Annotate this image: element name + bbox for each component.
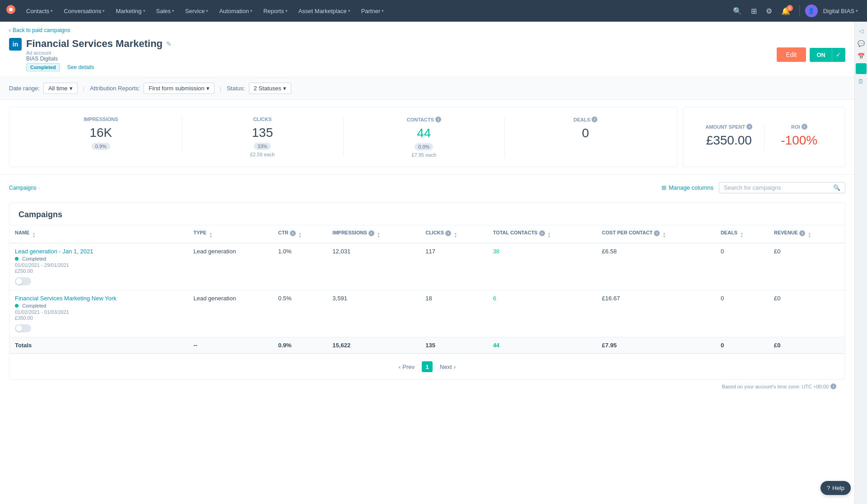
campaigns-breadcrumb-link[interactable]: Campaigns — [9, 185, 37, 191]
cell-clicks-0: 117 — [420, 243, 487, 290]
campaign-budget-1: £350.00 — [15, 315, 182, 321]
deals-value: 0 — [510, 126, 661, 140]
nav-asset-marketplace-chevron: ▾ — [348, 9, 350, 13]
top-navigation: Contacts ▾ Conversations ▾ Marketing ▾ S… — [0, 0, 867, 22]
filter-separator: | — [83, 85, 84, 92]
nav-contacts[interactable]: Contacts ▾ — [22, 6, 57, 16]
prev-page-button[interactable]: ‹ Prev — [395, 362, 418, 372]
col-header-cost-per-contact[interactable]: COST PER CONTACT i ▲▼ — [597, 225, 715, 243]
nav-marketing[interactable]: Marketing ▾ — [111, 6, 149, 16]
campaign-name-link-0[interactable]: Lead generation - Jan 1, 2021 — [15, 248, 182, 255]
status-dot-1 — [15, 304, 19, 308]
roi-value: -100% — [770, 133, 829, 148]
impressions-label: IMPRESSIONS — [26, 117, 176, 122]
col-header-type[interactable]: TYPE ▲▼ — [188, 225, 273, 243]
search-campaigns-input[interactable] — [724, 184, 830, 191]
nav-sales[interactable]: Sales ▾ — [152, 6, 179, 16]
col-header-name[interactable]: NAME ▲▼ — [9, 225, 188, 243]
user-avatar[interactable]: 👤 — [805, 5, 818, 17]
next-page-button[interactable]: Next › — [436, 362, 459, 372]
nav-partner[interactable]: Partner ▾ — [357, 6, 389, 16]
manage-columns-button[interactable]: ⊞ Manage columns — [662, 184, 713, 191]
linkedin-logo: in — [9, 38, 22, 51]
cell-revenue-0: £0 — [769, 243, 845, 290]
totals-cost: £7.95 — [597, 337, 715, 354]
campaign-dates-0: 01/01/2021 - 29/01/2021 — [15, 262, 182, 268]
nav-service[interactable]: Service ▾ — [181, 6, 213, 16]
nav-automation[interactable]: Automation ▾ — [214, 6, 257, 16]
campaign-toggle-0[interactable] — [15, 277, 31, 285]
search-icon[interactable]: 🔍 — [729, 4, 746, 18]
campaign-toggle-1[interactable] — [15, 324, 31, 332]
col-header-deals[interactable]: DEALS ▲▼ — [715, 225, 769, 243]
header-actions: Edit ON ✓ — [777, 47, 845, 62]
marketplace-icon[interactable]: ⊞ — [747, 4, 760, 18]
amount-spent-info-icon: i — [746, 124, 752, 130]
cell-revenue-1: £0 — [769, 290, 845, 337]
cell-contacts-1: 6 — [488, 290, 597, 337]
back-to-paid-campaigns-link[interactable]: ‹ Back to paid campaigns — [0, 22, 854, 35]
cell-deals-0: 0 — [715, 243, 769, 290]
campaigns-table-title: Campaigns — [9, 203, 845, 225]
main-content: ‹ Back to paid campaigns in Financial Se… — [0, 22, 854, 504]
date-range-dropdown[interactable]: All time ▾ — [43, 83, 78, 94]
col-header-ctr[interactable]: CTR i ▲▼ — [273, 225, 327, 243]
roi-metric: ROI i -100% — [764, 124, 834, 150]
status-chevron-icon: ▾ — [283, 85, 286, 92]
nav-asset-marketplace[interactable]: Asset Marketplace ▾ — [294, 6, 355, 16]
edit-title-icon[interactable]: ✎ — [166, 40, 172, 47]
cell-contacts-0: 38 — [488, 243, 597, 290]
contacts-info-icon: i — [435, 117, 441, 122]
filter-separator-2: | — [220, 85, 221, 92]
cost-per-contact-info-icon: i — [654, 230, 660, 236]
help-button[interactable]: ? Help — [820, 481, 851, 495]
hubspot-logo[interactable] — [5, 4, 16, 18]
status-text-0: Completed — [22, 256, 46, 261]
col-header-clicks[interactable]: CLICKS i ▲▼ — [420, 225, 487, 243]
campaign-name-link-1[interactable]: Financial Services Marketing New York — [15, 295, 182, 302]
nav-automation-chevron: ▾ — [250, 9, 252, 13]
settings-icon[interactable]: ⚙ — [762, 4, 776, 18]
contacts-label: CONTACTS i — [349, 117, 499, 122]
totals-deals: 0 — [715, 337, 769, 354]
sidebar-calendar-icon[interactable]: 📅 — [856, 51, 867, 61]
type-sort-icon: ▲▼ — [209, 232, 212, 238]
cell-cost-1: £16.67 — [597, 290, 715, 337]
footer-info-icon: i — [830, 383, 836, 389]
account-name[interactable]: Digital BIAS ▾ — [820, 6, 862, 16]
sidebar-calendar2-icon[interactable]: 🗓 — [856, 76, 867, 87]
roi-info-icon: i — [802, 124, 807, 130]
campaigns-card: Campaigns NAME ▲▼ TYPE ▲▼ CTR — [9, 202, 845, 380]
on-checkmark-icon[interactable]: ✓ — [832, 49, 844, 61]
status-dropdown[interactable]: 2 Statuses ▾ — [249, 83, 291, 94]
deals-metric: DEALS i 0 — [505, 117, 666, 143]
revenue-sort-icon: ▲▼ — [808, 232, 811, 238]
nav-conversations[interactable]: Conversations ▾ — [59, 6, 109, 16]
sidebar-chat-icon[interactable]: 💬 — [856, 38, 867, 49]
cell-type-0: Lead generation — [188, 243, 273, 290]
amount-spent-value: £350.00 — [699, 133, 759, 148]
clicks-value: 135 — [187, 126, 338, 140]
impressions-metric: IMPRESSIONS 16K 0.9% — [20, 117, 182, 152]
sidebar-active-icon[interactable] — [856, 63, 867, 74]
attribution-label: Attribution Reports: — [90, 85, 140, 92]
cost-per-contact-sort-icon: ▲▼ — [662, 232, 666, 238]
campaign-dates-1: 01/02/2021 - 01/03/2021 — [15, 309, 182, 315]
col-header-total-contacts[interactable]: TOTAL CONTACTS i ▲▼ — [488, 225, 597, 243]
col-header-revenue[interactable]: REVENUE i ▲▼ — [769, 225, 845, 243]
sidebar-collapse-icon[interactable]: ◁ — [856, 25, 867, 36]
pagination: ‹ Prev 1 Next › — [9, 354, 845, 379]
campaigns-breadcrumb: Campaigns › — [9, 185, 40, 191]
attribution-dropdown[interactable]: First form submission ▾ — [144, 83, 214, 94]
amount-spent-label: AMOUNT SPENT i — [699, 124, 759, 130]
edit-button[interactable]: Edit — [777, 47, 806, 62]
notifications-icon[interactable]: 🔔 9 — [778, 4, 794, 18]
amount-spent-metric: AMOUNT SPENT i £350.00 — [694, 124, 764, 150]
col-header-impressions[interactable]: IMPRESSIONS i ▲▼ — [327, 225, 420, 243]
nav-reports[interactable]: Reports ▾ — [259, 6, 292, 16]
on-label[interactable]: ON — [811, 49, 832, 61]
contacts-sub: £7.95 each — [349, 152, 499, 158]
see-details-link[interactable]: See details — [67, 64, 94, 70]
impressions-info-icon: i — [368, 230, 374, 236]
clicks-col-info-icon: i — [445, 230, 451, 236]
